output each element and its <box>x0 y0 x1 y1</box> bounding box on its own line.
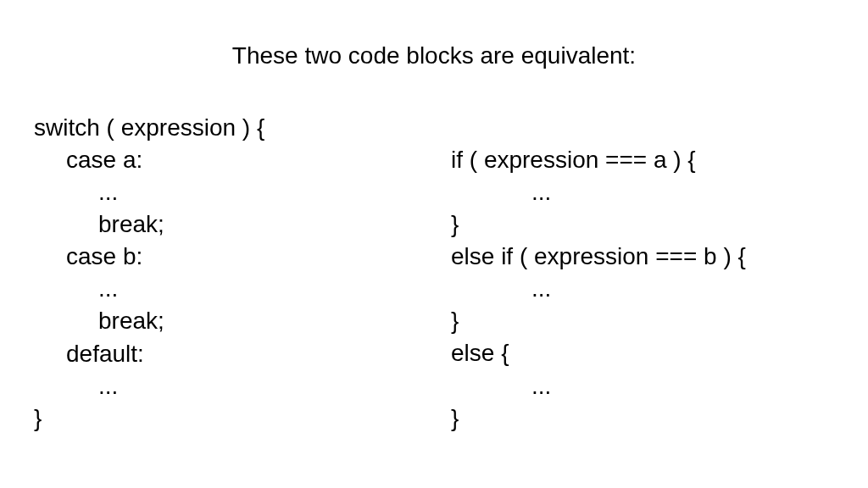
code-columns: switch ( expression ) { case a: ... brea… <box>34 112 834 435</box>
code-line: case a: <box>34 144 417 176</box>
code-line: case b: <box>34 241 417 273</box>
code-line: ... <box>34 273 417 305</box>
code-line: default: <box>34 338 417 370</box>
code-line: } <box>451 305 834 337</box>
code-line: ... <box>451 370 834 402</box>
code-line: } <box>34 402 417 435</box>
slide-title: These two code blocks are equivalent: <box>34 42 834 69</box>
code-line: } <box>451 402 834 435</box>
switch-code-block: switch ( expression ) { case a: ... brea… <box>34 112 417 435</box>
ifelse-code-block: if ( expression === a ) { ... } else if … <box>451 112 834 435</box>
code-line: } <box>451 208 834 241</box>
code-line: ... <box>451 273 834 305</box>
code-line: break; <box>34 208 417 241</box>
code-line: ... <box>451 176 834 208</box>
code-line: ... <box>34 370 417 402</box>
code-line: else if ( expression === b ) { <box>451 241 834 273</box>
code-line: if ( expression === a ) { <box>451 144 834 176</box>
code-line: ... <box>34 176 417 208</box>
code-line: else { <box>451 337 834 369</box>
code-line: break; <box>34 305 417 337</box>
code-line: switch ( expression ) { <box>34 112 417 144</box>
